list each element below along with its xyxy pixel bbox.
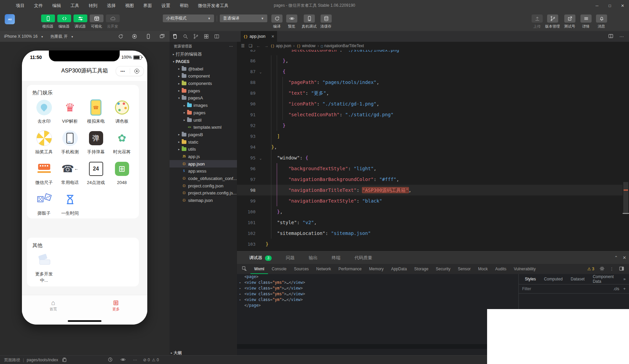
- tree-section-打开的编辑器[interactable]: ▸打开的编辑器: [170, 51, 237, 58]
- tree-item-images[interactable]: ▸images: [170, 102, 237, 109]
- menu-视图[interactable]: 视图: [120, 0, 139, 11]
- devtools-tab-Wxml[interactable]: Wxml: [250, 264, 268, 274]
- debugger-tab-代码质量[interactable]: 代码质量: [355, 255, 372, 261]
- bookmark-icon[interactable]: ❏: [249, 43, 252, 48]
- tool-更多开发中...[interactable]: 更多开发 中...: [31, 252, 57, 284]
- styles-tab-Component Data[interactable]: Component Data: [589, 274, 623, 284]
- tree-item-sitemap.json[interactable]: {}sitemap.json: [170, 197, 237, 204]
- breadcrumb-window[interactable]: window: [302, 43, 316, 48]
- breadcrumb-app.json[interactable]: app.json: [276, 43, 291, 48]
- fold-icon[interactable]: ⌄: [256, 67, 266, 78]
- menu-转到[interactable]: 转到: [84, 0, 102, 11]
- debugger-tab-调试器[interactable]: 调试器3: [249, 255, 272, 261]
- page-path-value[interactable]: pages/tools/index: [27, 358, 58, 362]
- screens-icon[interactable]: [157, 31, 167, 42]
- devtools-tab-Vulnerability[interactable]: Vulnerability: [510, 264, 539, 274]
- device-icon[interactable]: [144, 31, 153, 42]
- tree-item-app.js[interactable]: JSapp.js: [170, 153, 237, 160]
- menu-文件[interactable]: 文件: [29, 0, 48, 11]
- wxml-node[interactable]: ▸<view class="yms">…</view>: [237, 280, 518, 285]
- debugger-tab-问题[interactable]: 问题: [286, 255, 295, 261]
- tree-item-utils[interactable]: ▸utils: [170, 146, 237, 153]
- close-tab-icon[interactable]: ✕: [271, 34, 274, 39]
- fold-icon[interactable]: ⌄: [256, 153, 266, 164]
- search-icon[interactable]: [180, 31, 190, 42]
- devtools-tab-Sources[interactable]: Sources: [290, 264, 312, 274]
- devtools-tab-Security[interactable]: Security: [432, 264, 454, 274]
- compile-mode-dropdown[interactable]: 普通编译▼: [220, 14, 267, 22]
- menu-设置[interactable]: 设置: [157, 0, 175, 11]
- nav-back-icon[interactable]: ←: [257, 43, 261, 48]
- devtools-tab-AppData[interactable]: AppData: [387, 264, 411, 274]
- tool-微信尺子[interactable]: 微信尺子: [31, 161, 57, 186]
- expand-icon[interactable]: ▸: [239, 291, 241, 297]
- tool-时光荏苒[interactable]: ✿时光荏苒: [109, 130, 135, 155]
- tool-一生时间[interactable]: 一生时间: [57, 191, 83, 217]
- tree-item-template.wxml[interactable]: <>template.wxml: [170, 124, 237, 131]
- capsule-button[interactable]: •••: [116, 66, 144, 76]
- tab-app-json[interactable]: {} app.json ✕: [241, 31, 277, 42]
- devtools-tab-Console[interactable]: Console: [268, 264, 290, 274]
- split-editor-icon[interactable]: [608, 33, 613, 40]
- styles-tab-Computed[interactable]: Computed: [540, 277, 567, 281]
- devtools-tab-Audits[interactable]: Audits: [491, 264, 510, 274]
- tree-item-pagesA[interactable]: ▾pagesA: [170, 94, 237, 102]
- tree-item-pages[interactable]: ▸pages: [170, 87, 237, 94]
- button-详情[interactable]: [580, 14, 592, 23]
- toggle-模拟器[interactable]: [41, 14, 55, 22]
- splitv-icon[interactable]: [211, 31, 222, 42]
- tree-item-project.private.config.js...[interactable]: {}project.private.config.js...: [170, 189, 237, 197]
- devtools-tab-Mock[interactable]: Mock: [474, 264, 491, 274]
- menu-编辑[interactable]: 编辑: [48, 0, 66, 11]
- devtools-tab-Memory[interactable]: Memory: [365, 264, 387, 274]
- devtools-tab-Storage[interactable]: Storage: [411, 264, 432, 274]
- wxml-node[interactable]: </page>: [237, 303, 518, 308]
- expand-icon[interactable]: ▸: [239, 297, 241, 303]
- tree-item-code_obfuscation_conf...[interactable]: {}code_obfuscation_conf...: [170, 175, 237, 182]
- menu-帮助[interactable]: 帮助: [175, 0, 193, 11]
- toggle-云开发[interactable]: [106, 14, 120, 22]
- wxml-node[interactable]: ▸<view class="yms">…</view>: [237, 291, 518, 297]
- home-indicator[interactable]: [68, 320, 101, 322]
- tool-掷骰子[interactable]: ⚄⚂掷骰子: [31, 191, 57, 217]
- copy-icon[interactable]: [62, 357, 67, 363]
- expand-icon[interactable]: ▸: [239, 280, 241, 285]
- eye-icon[interactable]: [120, 357, 126, 363]
- tool-常用电话[interactable]: ☎←常用电话: [57, 161, 83, 186]
- close-button[interactable]: ✕: [616, 0, 629, 11]
- tree-section-PAGES[interactable]: ▾PAGES: [170, 58, 237, 65]
- outline-icon[interactable]: ☰: [241, 43, 245, 48]
- wxml-node[interactable]: ▸<view class="ym">…</view>: [237, 297, 518, 303]
- tool-24点游戏[interactable]: 2424点游戏: [83, 161, 109, 186]
- editor-scrollbar[interactable]: [623, 42, 629, 251]
- code-editor[interactable]: ☰ ❏ ← → {}app.json›{}window›□navigationB…: [237, 42, 629, 251]
- inspect-element-icon[interactable]: [237, 266, 250, 272]
- toggle-调试器[interactable]: [73, 14, 87, 22]
- maximize-button[interactable]: □: [603, 0, 616, 11]
- tool-抽奖工具[interactable]: 抽奖工具: [31, 130, 57, 155]
- button-编译[interactable]: [271, 14, 282, 23]
- blocks-icon[interactable]: [201, 31, 211, 42]
- more-actions-icon[interactable]: ⋯: [229, 44, 233, 49]
- tool-模拟来电[interactable]: ☎模拟来电: [83, 99, 109, 125]
- branch-icon[interactable]: [190, 31, 201, 42]
- horizontal-scrollbar[interactable]: [237, 344, 487, 349]
- menu-微信开发者工具[interactable]: 微信开发者工具: [193, 0, 233, 11]
- expand-icon[interactable]: ▸: [239, 285, 241, 291]
- button-真机调试[interactable]: [304, 14, 315, 23]
- tree-item-components[interactable]: ▸components: [170, 80, 237, 87]
- mode-dropdown[interactable]: 小程序模式▼: [163, 14, 214, 22]
- tree-item-pages[interactable]: ▸pages: [170, 109, 237, 117]
- tool-VIP解析[interactable]: ♛VIP解析: [57, 99, 83, 125]
- tree-item-project.config.json[interactable]: {}project.config.json: [170, 182, 237, 189]
- button-测试号[interactable]: [564, 14, 575, 23]
- tree-item-app.json[interactable]: {}app.json: [170, 160, 237, 168]
- tree-item-static[interactable]: ▸static: [170, 138, 237, 146]
- tool-手持弹幕[interactable]: 弹手持弹幕: [83, 130, 109, 155]
- warning-count[interactable]: ⚠ 0: [152, 358, 159, 362]
- devtools-tab-Network[interactable]: Network: [312, 264, 335, 274]
- button-清缓存[interactable]: [321, 14, 332, 23]
- tool-去水印[interactable]: 去水印: [31, 99, 57, 125]
- tree-item-@babel[interactable]: ▸@babel: [170, 65, 237, 72]
- tool-手机检测[interactable]: 手机检测: [57, 130, 83, 155]
